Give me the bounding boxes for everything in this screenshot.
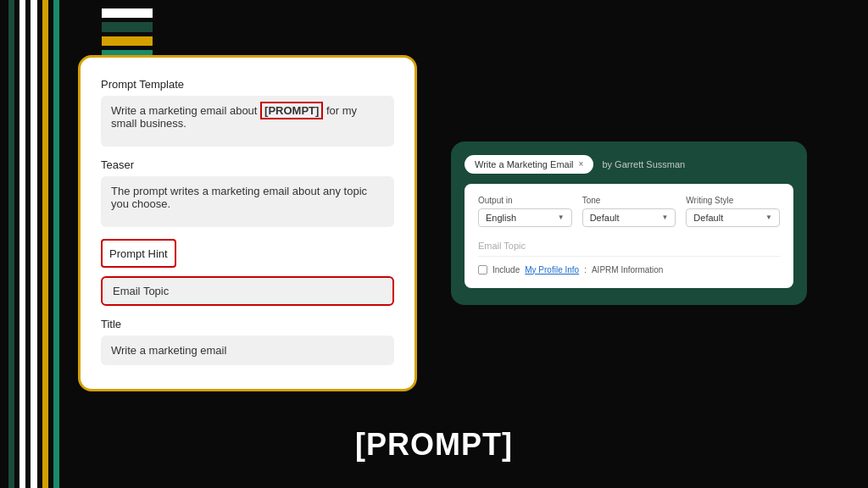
- main-content: Prompt Template Write a marketing email …: [0, 0, 868, 488]
- writing-style-label: Writing Style: [686, 196, 780, 205]
- inner-form: Output in English ▼ Tone Default ▼ Writi…: [465, 184, 793, 288]
- prompt-template-label: Prompt Template: [101, 78, 394, 91]
- tone-group: Tone Default ▼: [582, 196, 676, 227]
- output-select[interactable]: English ▼: [478, 208, 572, 227]
- bottom-prompt-label: [PROMPT]: [355, 427, 513, 463]
- teaser-text-display[interactable]: The prompt writes a marketing email abou…: [101, 176, 394, 227]
- aiprm-info-text: AIPRM Information: [592, 265, 663, 274]
- email-topic-placeholder-text: Email Topic: [478, 241, 526, 251]
- form-selects-row: Output in English ▼ Tone Default ▼ Writi…: [478, 196, 780, 227]
- prompt-tag-highlight: [PROMPT]: [260, 102, 323, 119]
- email-topic-value: Email Topic: [113, 285, 169, 297]
- tone-label: Tone: [582, 196, 676, 205]
- title-input[interactable]: [101, 336, 394, 365]
- write-email-tab[interactable]: Write a Marketing Email ×: [465, 155, 593, 174]
- email-topic-field[interactable]: Email Topic: [101, 276, 394, 306]
- tone-select[interactable]: Default ▼: [582, 208, 676, 227]
- output-value: English: [486, 213, 516, 223]
- prompt-hint-label: Prompt Hint: [109, 247, 168, 260]
- my-profile-info-link[interactable]: My Profile Info: [525, 265, 579, 274]
- output-group: Output in English ▼: [478, 196, 572, 227]
- writing-style-select[interactable]: Default ▼: [686, 208, 780, 227]
- template-text-display[interactable]: Write a marketing email about [PROMPT] f…: [101, 96, 394, 147]
- email-topic-placeholder[interactable]: Email Topic: [478, 236, 780, 257]
- tab-label: Write a Marketing Email: [475, 159, 574, 169]
- profile-info-row: Include My Profile Info : AIPRM Informat…: [478, 265, 780, 274]
- right-preview-card: Write a Marketing Email × by Garrett Sus…: [451, 141, 807, 305]
- include-profile-checkbox[interactable]: [478, 265, 487, 274]
- output-label: Output in: [478, 196, 572, 205]
- template-text-before: Write a marketing email about: [111, 104, 260, 117]
- title-section-label: Title: [101, 318, 394, 330]
- teaser-label: Teaser: [101, 158, 394, 171]
- teaser-text: The prompt writes a marketing email abou…: [111, 185, 367, 210]
- prompt-hint-box: Prompt Hint: [101, 239, 176, 268]
- tone-value: Default: [590, 213, 620, 223]
- include-text: Include: [492, 265, 520, 274]
- writing-style-chevron-icon: ▼: [765, 214, 772, 221]
- tab-bar: Write a Marketing Email × by Garrett Sus…: [465, 155, 793, 174]
- tone-chevron-icon: ▼: [661, 214, 668, 221]
- tab-author: by Garrett Sussman: [602, 159, 685, 169]
- prompt-template-card: Prompt Template Write a marketing email …: [78, 55, 417, 391]
- writing-style-group: Writing Style Default ▼: [686, 196, 780, 227]
- tab-close-icon[interactable]: ×: [579, 159, 584, 169]
- output-chevron-icon: ▼: [558, 214, 565, 221]
- profile-colon: :: [584, 265, 587, 274]
- writing-style-value: Default: [693, 213, 723, 223]
